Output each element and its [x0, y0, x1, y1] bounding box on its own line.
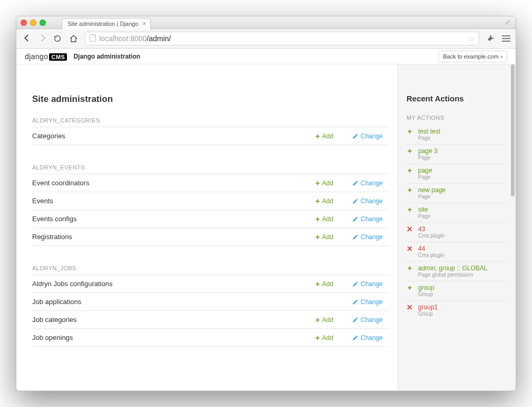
recent-action-row[interactable]: +new pagePage [407, 184, 507, 203]
browser-tab[interactable]: Site administration | Django × [62, 18, 151, 30]
plus-icon: + [407, 264, 413, 278]
change-link[interactable]: Change [352, 316, 389, 324]
model-row: Events+AddChange [32, 192, 389, 210]
plus-icon: + [315, 214, 320, 223]
action-subtitle: Cms plugin [418, 233, 444, 239]
change-link[interactable]: Change [352, 179, 389, 187]
add-link[interactable]: +Add [315, 214, 352, 223]
model-link[interactable]: Events [32, 197, 315, 205]
recent-action-row[interactable]: +page 3Page [407, 145, 507, 164]
add-link[interactable]: +Add [315, 232, 352, 241]
action-title: group1 [418, 304, 438, 311]
app-caption: ALDRYN_EVENTS [32, 164, 389, 174]
plus-icon: + [315, 333, 320, 342]
plus-icon: + [315, 279, 320, 288]
change-link[interactable]: Change [352, 132, 389, 140]
url-text: localhost:8000/admin/ [99, 34, 171, 43]
action-subtitle: Page [418, 155, 438, 160]
recent-action-row[interactable]: ✕group1Group [407, 301, 507, 320]
expand-icon[interactable]: ⤢ [505, 18, 510, 26]
app-caption: ALDRYN_CATEGORIES [32, 117, 389, 127]
model-row: Event coordinators+AddChange [32, 174, 389, 192]
action-title: 44 [418, 245, 444, 252]
recent-action-row[interactable]: +sitePage [407, 203, 507, 223]
model-link[interactable]: Events configs [32, 215, 315, 223]
scrollbar[interactable] [511, 64, 515, 196]
model-link[interactable]: Event coordinators [32, 179, 315, 187]
action-subtitle: Group [418, 291, 434, 297]
model-row: Job categories+AddChange [32, 311, 389, 329]
add-link[interactable]: +Add [315, 178, 352, 187]
action-title: page [418, 167, 432, 174]
model-link[interactable]: Job openings [32, 334, 315, 342]
change-link[interactable]: Change [352, 334, 389, 342]
add-link[interactable]: +Add [315, 333, 352, 342]
cms-toolbar: djangoCMS Django administration Back to … [16, 49, 516, 64]
model-row: Registrations+AddChange [32, 228, 389, 246]
zoom-window-button[interactable] [40, 20, 46, 26]
sidebar-title: Recent Actions [407, 94, 507, 103]
recent-action-row[interactable]: +test testPage [407, 125, 507, 145]
close-tab-icon[interactable]: × [142, 20, 146, 27]
model-row: Categories+AddChange [32, 127, 389, 145]
model-row: Events configs+AddChange [32, 210, 389, 228]
close-window-button[interactable] [21, 20, 27, 26]
action-subtitle: Page [418, 213, 430, 219]
page-content: djangoCMS Django administration Back to … [16, 49, 516, 391]
add-link[interactable]: +Add [315, 196, 352, 205]
model-row: Job applicationsChange [32, 293, 389, 311]
model-link[interactable]: Job categories [32, 316, 315, 324]
pencil-icon [352, 198, 359, 204]
traffic-lights [21, 20, 46, 26]
plus-icon: + [315, 196, 320, 205]
action-title: site [418, 206, 430, 213]
recent-action-row[interactable]: +groupGroup [407, 281, 507, 301]
model-link[interactable]: Categories [32, 132, 315, 140]
sidebar-subtitle: MY ACTIONS [407, 115, 507, 121]
model-link[interactable]: Registrations [32, 233, 315, 241]
change-link[interactable]: Change [352, 197, 389, 205]
cms-logo: djangoCMS [25, 52, 67, 61]
menu-icon[interactable] [502, 34, 510, 43]
add-link[interactable]: +Add [315, 279, 352, 288]
action-title: new page [418, 186, 446, 194]
add-link[interactable]: +Add [315, 315, 352, 324]
app-section: ALDRYN_CATEGORIESCategories+AddChange [32, 117, 389, 145]
wrench-icon[interactable] [487, 33, 496, 44]
app-section: ALDRYN_JOBSAldryn Jobs configurations+Ad… [32, 265, 389, 347]
action-subtitle: Page [418, 135, 440, 141]
browser-toolbar: localhost:8000/admin/ ☆ [16, 29, 516, 49]
home-button[interactable] [69, 34, 80, 43]
change-link[interactable]: Change [352, 233, 389, 241]
model-link[interactable]: Aldryn Jobs configurations [32, 280, 315, 288]
action-subtitle: Group [418, 311, 438, 317]
pencil-icon [352, 180, 359, 186]
plus-icon: + [407, 186, 413, 200]
bookmark-star-icon[interactable]: ☆ [468, 34, 475, 43]
pencil-icon [352, 317, 359, 323]
change-link[interactable]: Change [352, 215, 389, 223]
recent-action-row[interactable]: +pagePage [407, 164, 507, 184]
delete-icon: ✕ [407, 245, 413, 258]
recent-action-row[interactable]: ✕43Cms plugin [407, 223, 507, 242]
plus-icon: + [407, 167, 413, 180]
back-button[interactable] [22, 33, 32, 44]
plus-icon: + [315, 315, 320, 324]
model-link[interactable]: Job applications [32, 298, 315, 306]
recent-action-row[interactable]: +admin, group :: GLOBALPage global permi… [407, 262, 507, 281]
app-caption: ALDRYN_JOBS [32, 265, 389, 275]
chevron-right-icon: › [500, 53, 502, 60]
change-link[interactable]: Change [352, 298, 389, 306]
forward-button[interactable] [37, 33, 48, 44]
minimize-window-button[interactable] [30, 20, 36, 26]
back-to-site-button[interactable]: Back to example.com› [438, 51, 507, 62]
pencil-icon [352, 234, 359, 240]
delete-icon: ✕ [407, 225, 413, 239]
action-subtitle: Cms plugin [418, 252, 444, 258]
action-title: test test [418, 128, 440, 135]
recent-action-row[interactable]: ✕44Cms plugin [407, 242, 507, 262]
add-link[interactable]: +Add [315, 131, 352, 140]
reload-button[interactable] [53, 34, 64, 43]
change-link[interactable]: Change [352, 280, 389, 288]
address-bar[interactable]: localhost:8000/admin/ ☆ [85, 32, 479, 45]
